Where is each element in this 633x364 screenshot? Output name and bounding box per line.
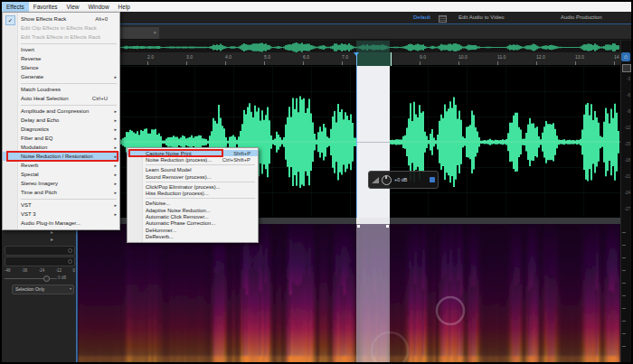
menu-separator (21, 199, 117, 200)
ruler-tick-label: 2.0 (147, 54, 154, 60)
menu-bar: EffectsFavoritesViewWindowHelp (2, 2, 631, 12)
menu-item[interactable]: Noise Reduction / Restoration ▸ (3, 152, 119, 161)
home-icon[interactable]: ⌂ (621, 52, 630, 61)
workspace-audio-production[interactable]: Audio Production (561, 14, 602, 20)
menu-separator (21, 43, 117, 44)
submenu-arrow-icon: ▸ (114, 202, 117, 208)
gain-value: +0 dB (394, 177, 408, 182)
menu-item[interactable]: Amplitude and Compression ▸ (3, 107, 119, 116)
spectrogram-selection[interactable] (356, 224, 390, 363)
selection-only-dropdown[interactable]: ▾ Selection Only (12, 285, 74, 294)
ruler-tick-label: 10.0 (458, 54, 468, 60)
menu-item[interactable]: Noise Reduction (process)... Ctrl+Shift+… (128, 156, 258, 163)
menu-item[interactable]: Click/Pop Eliminator (process)... ▸ (128, 183, 258, 190)
workspace-default[interactable]: Default (413, 14, 430, 20)
menu-item[interactable]: Learn Sound Model ▸ (128, 167, 258, 173)
gain-knob[interactable] (382, 175, 392, 185)
menubar-item-view[interactable]: View (62, 2, 84, 12)
menu-item[interactable]: DeReverb... ▸ (128, 233, 258, 239)
menu-item[interactable]: Match Loudness ▸ (3, 85, 119, 94)
amplitude-scale: -3-6-9-12-15-18-21-24-27 (620, 41, 632, 363)
menu-separator (21, 105, 117, 106)
db-scale-label: -27 (624, 207, 630, 211)
expander-arrow-2[interactable]: ▸ (51, 237, 53, 242)
tab-close-icon[interactable]: × (153, 27, 156, 39)
noise-submenu-items: Capture Noise Print Shift+P ▸ Noise Redu… (128, 150, 258, 240)
menu-item[interactable]: Sound Remover (process)... ▸ (128, 173, 258, 180)
menu-item[interactable]: Invert ▸ (3, 45, 119, 54)
menu-item[interactable]: Generate ▸ (3, 72, 119, 81)
menu-separator (21, 83, 117, 84)
submenu-arrow-icon: ▸ (114, 211, 117, 217)
editor-tab-bar: × Untitled 1 * (78, 24, 632, 40)
menu-item[interactable]: Automatic Click Remover... ▸ (128, 213, 258, 219)
menu-separator (146, 198, 255, 199)
menu-item[interactable]: Capture Noise Print Shift+P ▸ (128, 150, 258, 156)
workspace-menu-icon[interactable] (439, 15, 447, 23)
menu-item[interactable]: Show Effects Rack Alt+0 ▸ (3, 14, 119, 23)
menu-item[interactable]: VST 3 ▸ (3, 210, 119, 219)
db-scale-label: -6 (627, 93, 630, 98)
ruler-tick-label: 11.0 (497, 54, 505, 60)
scale-options-icon[interactable] (622, 64, 631, 72)
volume-value: 0 dB (58, 275, 66, 280)
chevron-down-icon: ▾ (70, 285, 71, 293)
waveform-selection[interactable] (356, 66, 390, 218)
submenu-arrow-icon: ▸ (114, 108, 117, 114)
menu-item[interactable]: Time and Pitch ▸ (3, 188, 119, 197)
menu-item[interactable]: Reverse ▸ (3, 54, 119, 63)
submenu-arrow-icon: ▸ (114, 190, 117, 195)
volume-slider-knob[interactable] (43, 275, 50, 282)
ruler-selection[interactable] (356, 52, 392, 66)
ruler-tick-label: 12.0 (536, 54, 545, 60)
menu-item[interactable]: Edit Clip Effects in Effects Rack ▸ (3, 23, 119, 33)
menu-item[interactable]: Adaptive Noise Reduction... ▸ (128, 207, 258, 213)
submenu-arrow-icon: ▸ (114, 154, 117, 159)
menu-item[interactable]: Delay and Echo ▸ (3, 116, 119, 125)
menu-item[interactable]: DeHummer... ▸ (128, 227, 258, 233)
menu-item[interactable]: Reverb ▸ (3, 161, 119, 170)
menu-item[interactable]: Filter and EQ ▸ (3, 134, 119, 143)
effects-menu: Show Effects Rack Alt+0 ▸ Edit Clip Effe… (2, 12, 120, 230)
db-scale-label: -3 (627, 77, 630, 81)
db-scale-label: -12 (624, 126, 630, 130)
selection-handle-left[interactable] (357, 225, 360, 228)
timeline-ruler[interactable]: 1.02.03.04.05.06.07.08.09.010.011.012.01… (78, 52, 620, 66)
menu-item[interactable]: Modulation ▸ (3, 143, 119, 152)
menu-item[interactable]: Silence ▸ (3, 63, 119, 72)
ruler-tick-label: 9.0 (420, 54, 426, 60)
menu-item[interactable]: Auto Heal Selection Ctrl+U ▸ (3, 94, 119, 103)
menu-item[interactable]: Stereo Imagery ▸ (3, 179, 119, 188)
gain-hud[interactable]: +0 dB (368, 171, 439, 189)
hud-settings-icon[interactable] (430, 177, 435, 182)
menu-item[interactable]: Automatic Phase Correction... ▸ (128, 220, 258, 227)
db-scale-label: -18 (624, 158, 630, 163)
collapsed-slider-1[interactable] (5, 246, 75, 256)
overview-selection (356, 41, 390, 52)
collapsed-slider-2[interactable] (5, 257, 75, 266)
menubar-item-effects[interactable]: Effects (2, 2, 29, 12)
menubar-item-help[interactable]: Help (114, 2, 135, 12)
menu-item[interactable]: VST ▸ (3, 201, 119, 210)
menu-item[interactable]: Edit Track Effects in Effects Rack ▸ (3, 33, 119, 42)
playhead-line (356, 52, 357, 224)
menubar-item-favorites[interactable]: Favorites (29, 2, 62, 12)
overview-strip[interactable] (78, 41, 620, 52)
menu-item[interactable]: Hiss Reduction (process)... ▸ (128, 190, 258, 196)
spectrogram-view[interactable] (78, 224, 620, 363)
menu-item[interactable]: Audio Plug-In Manager... ▸ (3, 219, 119, 228)
submenu-arrow-icon: ▸ (114, 117, 117, 123)
menu-item[interactable]: Diagnostics ▸ (3, 125, 119, 134)
menu-item[interactable]: Special ▸ (3, 170, 119, 179)
ruler-tick-label: 4.0 (225, 54, 231, 60)
workspace-edit-audio-to-video[interactable]: Edit Audio to Video (458, 14, 505, 20)
submenu-arrow-icon: ▸ (114, 163, 117, 168)
menu-separator (146, 164, 255, 165)
menubar-item-window[interactable]: Window (83, 2, 113, 12)
menu-item[interactable]: DeNoise... ▸ (128, 201, 258, 207)
selection-handle-right[interactable] (386, 225, 389, 228)
ruler-tick-label: 6.0 (303, 54, 309, 60)
db-scale-label: -24 (624, 191, 630, 195)
submenu-arrow-icon: ▸ (114, 126, 117, 132)
noise-reduction-submenu: Capture Noise Print Shift+P ▸ Noise Redu… (127, 147, 259, 243)
